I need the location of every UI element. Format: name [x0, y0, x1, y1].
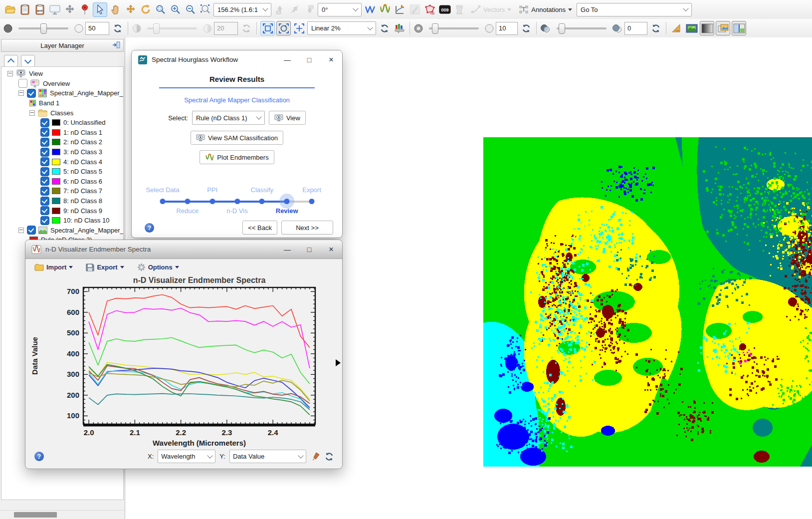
- histogram-stretch-button[interactable]: [393, 21, 406, 35]
- annotations-dropdown[interactable]: TAnnotations: [516, 3, 575, 16]
- stretch-reset-button[interactable]: [378, 21, 391, 35]
- paintbrush-icon[interactable]: [310, 452, 320, 462]
- transparency-input[interactable]: 0: [624, 22, 647, 35]
- maximize-button[interactable]: □: [298, 50, 320, 69]
- layout-split-view-button[interactable]: [732, 21, 746, 35]
- layer-checkbox[interactable]: [40, 128, 49, 137]
- tree-item-view[interactable]: View: [1, 69, 123, 79]
- tree-expander-icon[interactable]: [7, 71, 13, 76]
- move-layer-down-button[interactable]: [21, 55, 35, 67]
- placemark-icon[interactable]: [78, 3, 91, 16]
- step-dot-reduce[interactable]: [185, 199, 190, 204]
- select-tool-button[interactable]: [93, 2, 107, 17]
- layout-overlay-button[interactable]: [716, 21, 730, 35]
- layout-views-button[interactable]: [63, 3, 76, 16]
- pan-tool-button[interactable]: [124, 3, 137, 16]
- move-layer-up-button[interactable]: [4, 55, 18, 67]
- sharpen-input[interactable]: 10: [496, 22, 518, 35]
- close-button[interactable]: ×: [320, 240, 342, 259]
- step-dot-export[interactable]: [309, 199, 315, 204]
- data-manager-button[interactable]: [18, 3, 31, 16]
- roi-tool-button[interactable]: roi: [423, 3, 436, 16]
- layer-checkbox[interactable]: [40, 157, 49, 166]
- step-dot-review[interactable]: [284, 199, 290, 204]
- edit-vectors-button[interactable]: [408, 3, 421, 16]
- tree-item-spectral-angle-mapper-[interactable]: Spectral_Angle_Mapper_: [1, 226, 123, 236]
- zoom-out-button[interactable]: [184, 3, 197, 16]
- tree-item-1-nd-class-1[interactable]: 1: nD Class 1: [1, 128, 123, 138]
- contrast-slider-thumb[interactable]: [153, 23, 160, 34]
- zoom-window-button[interactable]: [154, 3, 167, 16]
- options-dropdown[interactable]: Options: [137, 263, 179, 271]
- zoom-in-button[interactable]: [169, 3, 182, 16]
- layer-checkbox[interactable]: [27, 226, 36, 235]
- spectral-profile-button[interactable]: [363, 3, 377, 16]
- raise-layer-button[interactable]: [273, 3, 286, 16]
- layer-manager-header[interactable]: Layer Manager: [1, 39, 124, 52]
- tree-item-6-nd-class-6[interactable]: 6: nD Class 6: [1, 177, 123, 187]
- dock-panel-icon[interactable]: [112, 41, 121, 49]
- refresh-plot-icon[interactable]: [324, 452, 334, 462]
- tree-item-4-nd-class-4[interactable]: 4: nD Class 4: [1, 157, 123, 167]
- tree-item-classes[interactable]: Classes: [1, 108, 123, 118]
- transform-layer-button[interactable]: [288, 3, 301, 16]
- transparency-slider-thumb[interactable]: [559, 23, 565, 34]
- view-sam-classification-button[interactable]: View SAM Classification: [191, 131, 283, 145]
- tree-item-2-nd-class-2[interactable]: 2: nD Class 2: [1, 137, 123, 147]
- rule-select-combo[interactable]: Rule (nD Class 1): [192, 111, 265, 125]
- transparency-slider[interactable]: [557, 27, 607, 29]
- sam-classification-link[interactable]: Spectral Angle Mapper Classification: [132, 96, 342, 104]
- zoom-to-selection-button[interactable]: [199, 3, 212, 16]
- rotate-tool-button[interactable]: [139, 3, 152, 16]
- layer-checkbox[interactable]: [40, 206, 49, 215]
- stretch-type-combo[interactable]: Linear 2%: [307, 21, 376, 35]
- brightness-input[interactable]: 50: [85, 22, 109, 35]
- new-view-button[interactable]: [48, 3, 61, 16]
- layout-single-view-button[interactable]: [700, 21, 714, 35]
- layer-checkbox[interactable]: [40, 118, 49, 127]
- x-axis-combo[interactable]: Wavelength: [158, 450, 215, 463]
- mensuration-button[interactable]: [670, 21, 683, 35]
- maximize-button[interactable]: □: [298, 240, 320, 259]
- zoom-to-full-extent-button[interactable]: [260, 21, 275, 35]
- tree-item-band-1[interactable]: Band 1: [1, 98, 123, 108]
- tree-item-5-nd-class-5[interactable]: 5: nD Class 5: [1, 167, 123, 177]
- layer-checkbox[interactable]: [40, 197, 49, 206]
- classified-raster-image[interactable]: [483, 137, 812, 467]
- contrast-input[interactable]: 20: [214, 22, 238, 35]
- pan-hand-button[interactable]: [109, 3, 122, 16]
- zoom-level-combo[interactable]: 156.2% (1.6:1: [213, 3, 271, 16]
- rotation-combo[interactable]: 0°: [318, 3, 362, 16]
- scrollbar-thumb[interactable]: [14, 512, 57, 518]
- contrast-reset-button[interactable]: [239, 21, 253, 35]
- workflow-titlebar[interactable]: Spectral Hourglass Workflow — □ ×: [132, 50, 342, 69]
- tree-item-spectral-angle-mapper-[interactable]: Spectral_Angle_Mapper_: [1, 88, 123, 98]
- cursor-value-button[interactable]: 009: [438, 3, 451, 16]
- workflow-help-button[interactable]: ?: [145, 223, 154, 233]
- zoom-one-to-one-button[interactable]: [292, 21, 306, 35]
- layer-checkbox[interactable]: [40, 177, 49, 186]
- minimize-button[interactable]: —: [276, 50, 298, 69]
- view-button[interactable]: View: [269, 111, 306, 125]
- layer-checkbox[interactable]: [40, 148, 49, 157]
- tree-expander-icon[interactable]: [18, 228, 24, 233]
- sharpen-slider[interactable]: [429, 27, 479, 29]
- layer-checkbox[interactable]: [40, 187, 49, 196]
- image-chip-button[interactable]: [685, 21, 698, 35]
- goto-combo[interactable]: Go To: [577, 3, 692, 16]
- tree-item-0-unclassified[interactable]: 0: Unclassified: [1, 118, 123, 128]
- vectors-dropdown[interactable]: Vectors: [468, 3, 514, 16]
- brightness-slider-thumb[interactable]: [40, 23, 47, 34]
- export-dropdown[interactable]: Export: [86, 263, 124, 271]
- step-dot-n-d-vis[interactable]: [234, 199, 240, 204]
- sharpen-reset-button[interactable]: [519, 21, 533, 35]
- zoom-auto-refresh-button[interactable]: [276, 21, 291, 35]
- tree-item-overview[interactable]: Overview: [1, 79, 123, 89]
- tree-item-8-nd-class-8[interactable]: 8: nD Class 8: [1, 196, 123, 206]
- step-dot-select-data[interactable]: [160, 199, 166, 204]
- layer-manager-scrollbar[interactable]: [0, 510, 125, 519]
- tree-item-7-nd-class-7[interactable]: 7: nD Class 7: [1, 186, 123, 196]
- y-axis-combo[interactable]: Data Value: [229, 450, 306, 463]
- minimize-button[interactable]: —: [276, 240, 298, 259]
- layer-checkbox[interactable]: [40, 216, 49, 225]
